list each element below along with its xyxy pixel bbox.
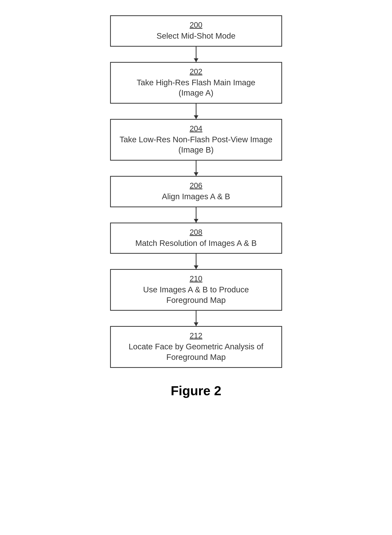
connector-6 bbox=[196, 311, 196, 326]
box-210-number: 210 bbox=[190, 274, 202, 283]
box-206-number: 206 bbox=[190, 181, 202, 190]
box-204-number: 204 bbox=[190, 124, 202, 133]
box-208-label: Match Resolution of Images A & B bbox=[135, 238, 257, 249]
box-202: 202 Take High-Res Flash Main Image(Image… bbox=[110, 62, 282, 104]
connector-4 bbox=[196, 207, 196, 223]
box-212-label: Locate Face by Geometric Analysis ofFore… bbox=[129, 342, 263, 362]
box-208-number: 208 bbox=[190, 228, 202, 236]
box-204-label: Take Low-Res Non-Flash Post-View Image(I… bbox=[120, 134, 273, 155]
connector-1 bbox=[196, 47, 196, 62]
box-206: 206 Align Images A & B bbox=[110, 176, 282, 207]
box-206-label: Align Images A & B bbox=[162, 191, 230, 202]
connector-5 bbox=[196, 254, 196, 269]
box-212: 212 Locate Face by Geometric Analysis of… bbox=[110, 326, 282, 368]
box-212-number: 212 bbox=[190, 331, 202, 340]
box-204: 204 Take Low-Res Non-Flash Post-View Ima… bbox=[110, 119, 282, 161]
box-202-label: Take High-Res Flash Main Image(Image A) bbox=[137, 77, 255, 98]
box-210-label: Use Images A & B to ProduceForeground Ma… bbox=[143, 285, 249, 305]
connector-2 bbox=[196, 104, 196, 119]
flowchart: 200 Select Mid-Shot Mode 202 Take High-R… bbox=[0, 15, 392, 398]
box-208: 208 Match Resolution of Images A & B bbox=[110, 223, 282, 254]
connector-3 bbox=[196, 161, 196, 176]
figure-caption: Figure 2 bbox=[171, 383, 221, 398]
box-210: 210 Use Images A & B to ProduceForegroun… bbox=[110, 269, 282, 311]
box-200: 200 Select Mid-Shot Mode bbox=[110, 15, 282, 47]
box-202-number: 202 bbox=[190, 67, 202, 76]
box-200-number: 200 bbox=[190, 21, 202, 29]
box-200-label: Select Mid-Shot Mode bbox=[157, 31, 235, 41]
